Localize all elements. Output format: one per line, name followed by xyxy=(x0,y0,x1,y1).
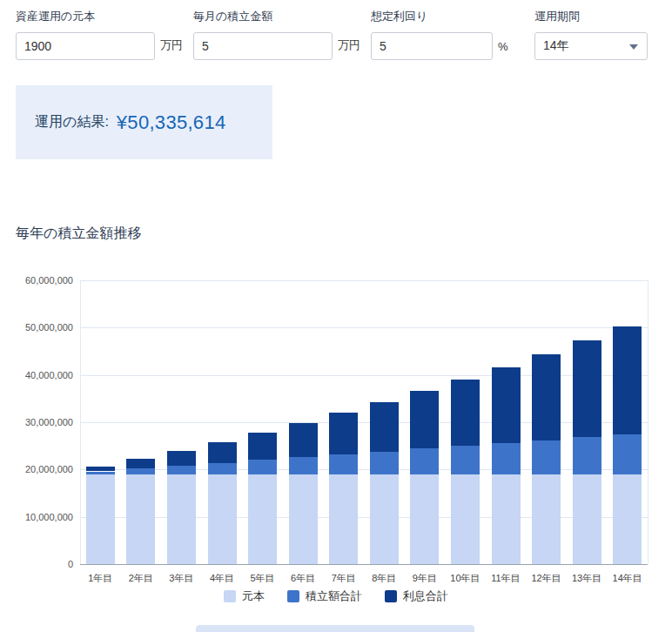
bar-segment-積立額合計 xyxy=(329,454,358,474)
bar-segment-積立額合計 xyxy=(208,463,237,474)
period-select[interactable]: 14年 xyxy=(534,32,648,60)
bar-segment-積立額合計 xyxy=(532,440,561,474)
legend-swatch-icon xyxy=(224,590,236,602)
bar-segment-利息合計 xyxy=(370,402,399,452)
yield-field-group: 想定利回り % xyxy=(371,9,508,60)
bar-segment-利息合計 xyxy=(289,423,318,457)
bar-segment-積立額合計 xyxy=(248,460,277,474)
x-axis-tick-label: 7年目 xyxy=(323,572,364,585)
yield-input[interactable] xyxy=(371,32,493,60)
period-label: 運用期間 xyxy=(534,9,648,24)
yield-unit: % xyxy=(498,40,508,53)
x-axis-line xyxy=(80,564,648,565)
principal-field-group: 資産運用の元本 万円 xyxy=(16,9,183,60)
bar-segment-利息合計 xyxy=(86,467,115,471)
monthly-contribution-label: 毎月の積立金額 xyxy=(193,9,360,24)
bar-segment-元本 xyxy=(492,474,521,564)
y-axis-tick-label: 60,000,000 xyxy=(12,275,73,286)
y-axis-tick-label: 0 xyxy=(12,559,73,569)
x-axis-tick-label: 2年目 xyxy=(121,572,162,585)
bar-segment-元本 xyxy=(126,474,155,564)
bar-segment-利息合計 xyxy=(613,326,642,435)
legend-label: 利息合計 xyxy=(403,588,448,604)
bar-segment-利息合計 xyxy=(167,451,196,466)
monthly-contribution-unit: 万円 xyxy=(338,37,360,53)
y-axis-tick-label: 50,000,000 xyxy=(12,322,73,333)
bar-segment-積立額合計 xyxy=(492,443,521,474)
bar-segment-元本 xyxy=(248,474,277,564)
x-axis-tick-label: 11年目 xyxy=(486,572,527,585)
y-axis-tick-label: 40,000,000 xyxy=(12,370,73,380)
bar-segment-元本 xyxy=(86,474,115,564)
bar-segment-元本 xyxy=(208,474,237,564)
bar-segment-積立額合計 xyxy=(410,448,439,474)
bar-segment-元本 xyxy=(451,474,480,564)
bar-segment-積立額合計 xyxy=(86,472,115,474)
legend-label: 積立額合計 xyxy=(306,588,362,604)
legend-swatch-icon xyxy=(385,590,397,602)
principal-label: 資産運用の元本 xyxy=(16,9,183,24)
bar-segment-利息合計 xyxy=(532,354,561,440)
bar-segment-利息合計 xyxy=(451,380,480,446)
bar-segment-元本 xyxy=(532,474,561,564)
x-axis-tick-label: 12年目 xyxy=(526,572,567,585)
chart-title: 毎年の積立金額推移 xyxy=(16,225,141,243)
y-axis-tick-label: 20,000,000 xyxy=(12,464,73,474)
x-axis-tick-label: 1年目 xyxy=(80,572,121,585)
bar-segment-利息合計 xyxy=(208,442,237,463)
result-box: 運用の結果: ¥50,335,614 xyxy=(16,85,272,159)
bar-segment-利息合計 xyxy=(410,391,439,448)
legend-swatch-icon xyxy=(287,590,299,602)
legend-item-元本: 元本 xyxy=(224,588,265,604)
bar-segment-元本 xyxy=(613,474,642,564)
chevron-down-icon xyxy=(629,44,638,50)
principal-unit: 万円 xyxy=(160,37,183,53)
chart: 010,000,00020,000,00030,000,00040,000,00… xyxy=(16,261,656,613)
bar-segment-積立額合計 xyxy=(126,468,155,474)
bar-segment-元本 xyxy=(289,474,318,564)
y-axis-tick-label: 10,000,000 xyxy=(12,512,73,522)
bar-segment-積立額合計 xyxy=(370,452,399,474)
simulation-page: 資産運用の元本 万円 毎月の積立金額 万円 想定利回り % 運用期間 14年 運… xyxy=(0,0,672,632)
gridline xyxy=(80,422,648,423)
principal-input[interactable] xyxy=(16,32,155,60)
x-axis-tick-label: 9年目 xyxy=(405,572,446,585)
legend-item-積立額合計: 積立額合計 xyxy=(287,588,362,604)
period-field-group: 運用期間 14年 xyxy=(534,9,648,60)
monthly-contribution-field-group: 毎月の積立金額 万円 xyxy=(193,9,360,60)
bar-segment-利息合計 xyxy=(492,367,521,443)
x-axis-tick-label: 4年目 xyxy=(202,572,243,585)
x-axis-tick-label: 3年目 xyxy=(161,572,202,585)
x-axis-tick-label: 10年目 xyxy=(445,572,486,585)
gridline xyxy=(80,280,648,281)
gridline xyxy=(80,375,648,376)
bar-segment-利息合計 xyxy=(126,459,155,468)
bar-segment-積立額合計 xyxy=(451,446,480,474)
bar-segment-積立額合計 xyxy=(613,434,642,474)
bar-segment-元本 xyxy=(167,474,196,564)
bar-segment-元本 xyxy=(573,474,601,564)
bar-segment-利息合計 xyxy=(573,340,601,437)
legend-label: 元本 xyxy=(242,588,265,604)
gridline xyxy=(80,517,648,518)
period-select-value: 14年 xyxy=(543,38,569,54)
result-amount: ¥50,335,614 xyxy=(117,111,226,134)
gridline xyxy=(80,469,648,470)
bar-segment-元本 xyxy=(329,474,358,564)
bar-segment-元本 xyxy=(410,474,439,564)
x-axis-tick-label: 13年目 xyxy=(567,572,608,585)
x-axis-tick-label: 8年目 xyxy=(364,572,405,585)
legend-item-利息合計: 利息合計 xyxy=(385,588,448,604)
chart-legend: 元本積立額合計利息合計 xyxy=(16,588,656,604)
x-axis-tick-label: 6年目 xyxy=(283,572,324,585)
y-axis-tick-label: 30,000,000 xyxy=(12,417,73,427)
result-label: 運用の結果: xyxy=(35,113,109,131)
bar-segment-利息合計 xyxy=(329,413,358,454)
x-axis-tick-label: 14年目 xyxy=(607,572,648,585)
bar-segment-積立額合計 xyxy=(289,457,318,474)
monthly-contribution-input[interactable] xyxy=(193,32,333,60)
bar-segment-積立額合計 xyxy=(167,466,196,474)
plot-left-border xyxy=(80,280,81,564)
bar-segment-利息合計 xyxy=(248,433,277,460)
yield-label: 想定利回り xyxy=(371,9,508,24)
